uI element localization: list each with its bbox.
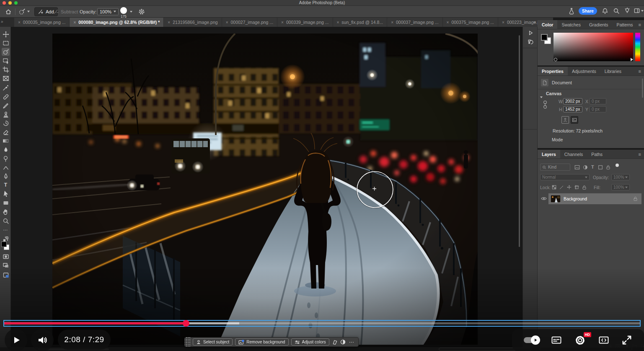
remove-background-button[interactable]: Remove background bbox=[235, 338, 288, 346]
autoplay-toggle[interactable] bbox=[524, 337, 539, 343]
orientation-landscape-button[interactable] bbox=[571, 116, 578, 124]
opacity-select[interactable]: 100% bbox=[97, 8, 119, 15]
pen-tool[interactable] bbox=[2, 172, 10, 180]
eyedropper-tool[interactable] bbox=[2, 83, 10, 91]
close-icon[interactable]: × bbox=[337, 20, 339, 25]
screen-mode-button[interactable] bbox=[2, 261, 10, 269]
frame-tool[interactable] bbox=[2, 74, 10, 82]
eraser-tool[interactable] bbox=[2, 128, 10, 136]
layer-row[interactable]: Background bbox=[538, 193, 644, 204]
brush-size-chevron[interactable] bbox=[130, 11, 132, 13]
beta-flask-button[interactable] bbox=[568, 8, 575, 15]
edit-toolbar-button[interactable]: ⋯ bbox=[2, 226, 10, 234]
lock-artboard-icon[interactable] bbox=[574, 185, 579, 190]
foreground-color-swatch[interactable] bbox=[1, 242, 7, 247]
height-field[interactable]: 1452 px bbox=[563, 106, 582, 112]
lock-all-icon[interactable] bbox=[582, 185, 587, 190]
tab-gradients[interactable]: Gradients bbox=[585, 20, 613, 29]
tab-document[interactable]: ×sun_fix.psd @ 14.8... bbox=[333, 18, 387, 27]
crop-tool[interactable] bbox=[2, 65, 10, 73]
orientation-portrait-button[interactable] bbox=[561, 116, 569, 124]
adjust-colors-button[interactable]: Adjust colors bbox=[291, 338, 329, 346]
shape-tool[interactable] bbox=[2, 199, 10, 207]
brush-tool[interactable] bbox=[2, 101, 10, 109]
layer-visibility-eye-icon[interactable] bbox=[541, 196, 547, 201]
color-field-handle[interactable] bbox=[554, 58, 557, 61]
notifications-button[interactable] bbox=[602, 8, 608, 16]
object-selection-tool[interactable] bbox=[2, 57, 10, 65]
color-field[interactable] bbox=[553, 33, 633, 61]
tab-layers[interactable]: Layers bbox=[538, 150, 560, 159]
zoom-tool[interactable] bbox=[2, 217, 10, 225]
seek-scrubber-knob[interactable] bbox=[183, 320, 189, 327]
filter-adjustment-layers-icon[interactable] bbox=[583, 165, 588, 170]
close-icon[interactable]: × bbox=[281, 20, 284, 25]
tab-document[interactable]: ×000339_image.png ... bbox=[277, 18, 332, 27]
share-image-button[interactable] bbox=[2, 271, 10, 279]
panel-menu-icon[interactable]: ≡ bbox=[639, 20, 644, 29]
tab-adjustments[interactable]: Adjustments bbox=[568, 67, 600, 75]
hue-slider[interactable] bbox=[635, 33, 640, 61]
tab-paths[interactable]: Paths bbox=[587, 150, 607, 159]
link-dimensions-icon[interactable] bbox=[543, 100, 548, 109]
tab-document[interactable]: ×213195866_image.png bbox=[164, 18, 221, 27]
hue-slider-handle[interactable] bbox=[631, 58, 633, 61]
lock-transparency-icon[interactable] bbox=[552, 185, 556, 190]
dodge-tool[interactable] bbox=[2, 154, 10, 162]
filter-toggle-icon[interactable] bbox=[616, 164, 619, 167]
tabs-overflow-left-icon[interactable]: » bbox=[1, 19, 3, 24]
history-brush-tool[interactable] bbox=[2, 119, 10, 127]
path-selection-tool[interactable] bbox=[2, 190, 10, 198]
panel-scrollbar[interactable] bbox=[642, 78, 643, 98]
quick-mask-button[interactable] bbox=[2, 252, 10, 260]
width-field[interactable]: 2002 px bbox=[563, 98, 582, 104]
marquee-tool[interactable] bbox=[2, 39, 10, 47]
panel-menu-icon[interactable]: ≡ bbox=[639, 150, 644, 159]
lock-paint-icon[interactable] bbox=[559, 185, 564, 190]
filter-pixel-layers-icon[interactable] bbox=[574, 165, 580, 170]
tab-properties[interactable]: Properties bbox=[538, 67, 568, 75]
smudge-tool[interactable] bbox=[2, 163, 10, 171]
close-icon[interactable]: × bbox=[18, 20, 21, 25]
panel-menu-icon[interactable]: ≡ bbox=[639, 67, 644, 75]
tool-preset-picker[interactable] bbox=[18, 8, 30, 15]
tab-swatches[interactable]: Swatches bbox=[557, 20, 585, 29]
tab-document[interactable]: ×000027_image.png ... bbox=[222, 18, 277, 27]
canvas-vertical-scrollbar[interactable] bbox=[519, 35, 520, 247]
tab-document-active[interactable]: ×000080_image.png @ 62.8% (RGB/8#) * bbox=[70, 18, 163, 27]
healing-brush-tool[interactable] bbox=[2, 93, 10, 101]
home-button[interactable] bbox=[5, 8, 12, 15]
more-options-button[interactable]: ⋯ bbox=[348, 339, 355, 345]
close-icon[interactable]: × bbox=[73, 20, 76, 25]
video-seek-bar[interactable] bbox=[3, 320, 641, 327]
canvas-section-chevron[interactable] bbox=[540, 92, 543, 100]
canvas-image[interactable] bbox=[52, 34, 478, 345]
brush-settings-button[interactable] bbox=[138, 8, 145, 15]
type-tool[interactable]: T bbox=[2, 181, 10, 189]
selection-brush-tool[interactable] bbox=[2, 48, 10, 56]
brush-size-control[interactable]: 175 bbox=[120, 7, 127, 18]
history-panel-button[interactable] bbox=[527, 38, 534, 46]
tab-patterns[interactable]: Patterns bbox=[612, 20, 637, 29]
tab-document[interactable]: ×000037_image.png ... bbox=[387, 18, 442, 27]
taskbar-drag-handle[interactable] bbox=[185, 337, 190, 347]
tab-channels[interactable]: Channels bbox=[560, 150, 587, 159]
filter-shape-layers-icon[interactable] bbox=[598, 165, 603, 170]
subtitles-button[interactable] bbox=[550, 335, 563, 345]
select-subject-button[interactable]: Select subject bbox=[193, 338, 233, 346]
move-tool[interactable] bbox=[2, 30, 10, 38]
lock-position-icon[interactable] bbox=[567, 185, 572, 190]
adjustment-contrast-icon[interactable] bbox=[340, 339, 346, 345]
foreground-color-swatch[interactable] bbox=[541, 34, 548, 41]
gradient-tool[interactable] bbox=[2, 137, 10, 145]
tab-color[interactable]: Color bbox=[538, 20, 557, 29]
miniplayer-button[interactable] bbox=[597, 335, 610, 345]
tab-document[interactable]: ×000035_image.png ... bbox=[14, 18, 69, 27]
discover-button[interactable] bbox=[624, 7, 631, 16]
layer-filter-search[interactable]: Kind bbox=[540, 164, 570, 171]
hand-tool[interactable] bbox=[2, 208, 10, 216]
filter-smart-object-icon[interactable] bbox=[606, 165, 610, 170]
close-icon[interactable]: × bbox=[502, 20, 504, 25]
volume-button[interactable] bbox=[31, 329, 54, 351]
close-icon[interactable]: × bbox=[447, 20, 449, 25]
